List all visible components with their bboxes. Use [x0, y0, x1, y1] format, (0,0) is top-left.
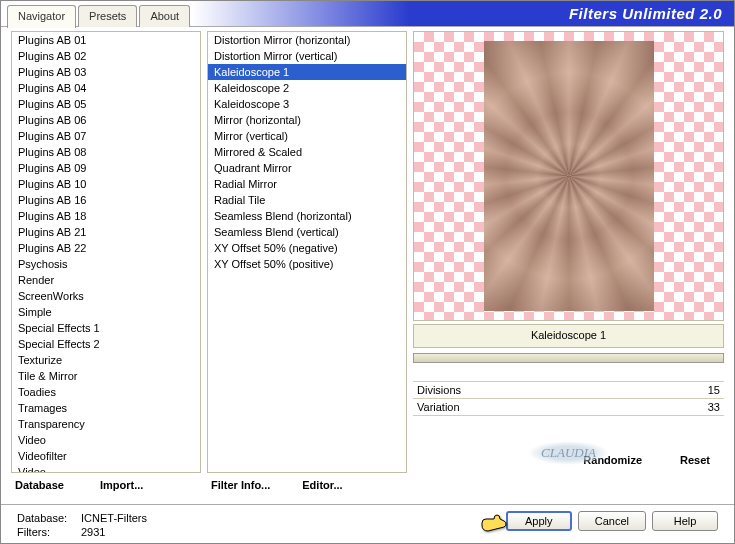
list-item[interactable]: Radial Tile [208, 192, 406, 208]
import-button[interactable]: Import... [96, 477, 147, 493]
dialog-bottom: Database: ICNET-Filters Filters: 2931 Ap… [1, 504, 734, 543]
list-item[interactable]: Plugins AB 03 [12, 64, 200, 80]
filter-list[interactable]: Distortion Mirror (horizontal)Distortion… [207, 31, 407, 473]
preview-area [413, 31, 724, 321]
header: Navigator Presets About Filters Unlimite… [1, 1, 734, 27]
editor-button[interactable]: Editor... [298, 477, 346, 493]
preview-image [484, 41, 654, 311]
list-item[interactable]: Kaleidoscope 3 [208, 96, 406, 112]
list-item[interactable]: Mirrored & Scaled [208, 144, 406, 160]
list-item[interactable]: Psychosis [12, 256, 200, 272]
list-item[interactable]: Quadrant Mirror [208, 160, 406, 176]
reset-button[interactable]: Reset [676, 452, 714, 468]
pointing-hand-icon [480, 513, 508, 537]
cancel-button[interactable]: Cancel [578, 511, 646, 531]
filter-buttons: Filter Info... Editor... [207, 477, 407, 493]
list-item[interactable]: Simple [12, 304, 200, 320]
pointing-hand-icon [200, 366, 201, 390]
list-item[interactable]: XY Offset 50% (positive) [208, 256, 406, 272]
list-item[interactable]: Radial Mirror [208, 176, 406, 192]
status-filters-value: 2931 [81, 525, 105, 539]
apply-button[interactable]: Apply [506, 511, 572, 531]
list-item[interactable]: Plugins AB 10 [12, 176, 200, 192]
list-item[interactable]: Special Effects 2 [12, 336, 200, 352]
status-db-value: ICNET-Filters [81, 511, 147, 525]
status-filters-label: Filters: [17, 525, 77, 539]
list-item[interactable]: Special Effects 1 [12, 320, 200, 336]
list-item[interactable]: Video [12, 464, 200, 473]
list-item[interactable]: Tramages [12, 400, 200, 416]
list-item[interactable]: Videofilter [12, 448, 200, 464]
list-item[interactable]: Mirror (vertical) [208, 128, 406, 144]
main-area: Plugins AB 01Plugins AB 02Plugins AB 03P… [1, 27, 734, 504]
list-item[interactable]: XY Offset 50% (negative) [208, 240, 406, 256]
list-item[interactable]: Video [12, 432, 200, 448]
parameter-value: 15 [708, 384, 720, 396]
list-item[interactable]: Mirror (horizontal) [208, 112, 406, 128]
parameter-name: Variation [417, 401, 460, 413]
dialog-buttons: Apply Cancel Help [506, 511, 718, 531]
help-button[interactable]: Help [652, 511, 718, 531]
list-item[interactable]: ScreenWorks [12, 288, 200, 304]
pointing-hand-icon [406, 62, 407, 86]
randomize-button[interactable]: Randomize [579, 452, 646, 468]
parameter-row[interactable]: Variation33 [413, 398, 724, 415]
tab-navigator[interactable]: Navigator [7, 5, 76, 28]
list-item[interactable]: Plugins AB 01 [12, 32, 200, 48]
preview-checker [414, 32, 723, 320]
list-item[interactable]: Distortion Mirror (vertical) [208, 48, 406, 64]
tab-strip: Navigator Presets About [1, 1, 192, 27]
list-item[interactable]: Plugins AB 18 [12, 208, 200, 224]
list-item[interactable]: Plugins AB 21 [12, 224, 200, 240]
filter-info-button[interactable]: Filter Info... [207, 477, 274, 493]
parameter-value: 33 [708, 401, 720, 413]
list-item[interactable]: Texturize [12, 352, 200, 368]
list-item[interactable]: Transparency [12, 416, 200, 432]
status-area: Database: ICNET-Filters Filters: 2931 [17, 511, 147, 539]
list-item[interactable]: Seamless Blend (horizontal) [208, 208, 406, 224]
list-item[interactable]: Plugins AB 08 [12, 144, 200, 160]
app-window: Navigator Presets About Filters Unlimite… [0, 0, 735, 544]
list-item[interactable]: Kaleidoscope 1 [208, 64, 406, 80]
list-item[interactable]: Toadies [12, 384, 200, 400]
preview-column: Kaleidoscope 1 Divisions15Variation33 CL… [413, 31, 724, 502]
list-item[interactable]: Tile & Mirror [12, 368, 200, 384]
list-item[interactable]: Plugins AB 05 [12, 96, 200, 112]
category-column: Plugins AB 01Plugins AB 02Plugins AB 03P… [11, 31, 201, 502]
database-button[interactable]: Database [11, 477, 68, 493]
progress-bar [413, 353, 724, 363]
list-item[interactable]: Distortion Mirror (horizontal) [208, 32, 406, 48]
preview-title: Kaleidoscope 1 [413, 324, 724, 348]
list-item[interactable]: Seamless Blend (vertical) [208, 224, 406, 240]
parameter-row[interactable]: Divisions15 [413, 381, 724, 398]
list-item[interactable]: Plugins AB 22 [12, 240, 200, 256]
filter-column: Distortion Mirror (horizontal)Distortion… [207, 31, 407, 502]
parameter-name: Divisions [417, 384, 461, 396]
list-item[interactable]: Plugins AB 09 [12, 160, 200, 176]
list-item[interactable]: Plugins AB 02 [12, 48, 200, 64]
status-db-label: Database: [17, 511, 77, 525]
list-item[interactable]: Kaleidoscope 2 [208, 80, 406, 96]
tab-presets[interactable]: Presets [78, 5, 137, 27]
category-buttons: Database Import... [11, 477, 201, 493]
category-list[interactable]: Plugins AB 01Plugins AB 02Plugins AB 03P… [11, 31, 201, 473]
list-item[interactable]: Plugins AB 16 [12, 192, 200, 208]
list-item[interactable]: Plugins AB 06 [12, 112, 200, 128]
list-item[interactable]: Render [12, 272, 200, 288]
preview-buttons: Randomize Reset [413, 452, 724, 468]
list-item[interactable]: Plugins AB 04 [12, 80, 200, 96]
app-title: Filters Unlimited 2.0 [192, 1, 734, 26]
tab-about[interactable]: About [139, 5, 190, 27]
list-item[interactable]: Plugins AB 07 [12, 128, 200, 144]
parameter-list: Divisions15Variation33 [413, 381, 724, 416]
